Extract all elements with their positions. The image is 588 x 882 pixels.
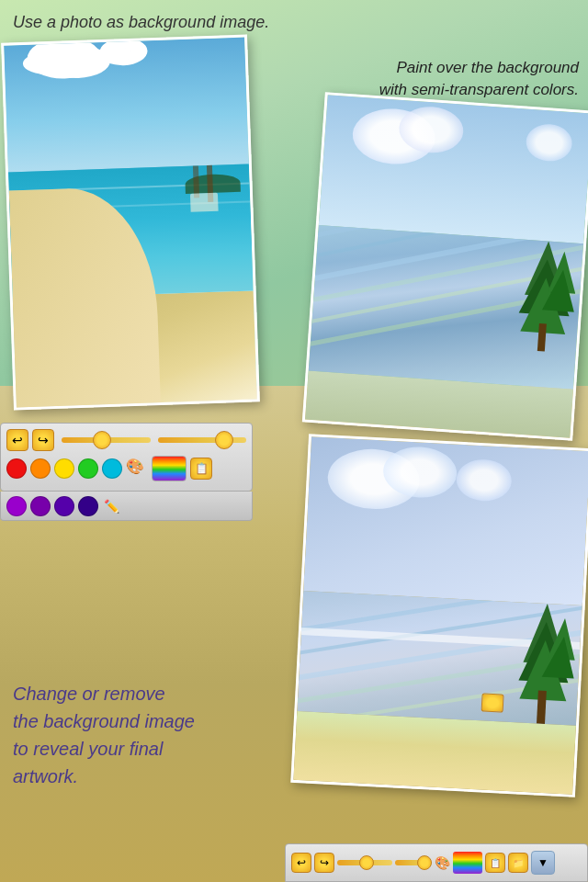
paint-cloud <box>525 123 573 163</box>
color-orange[interactable] <box>30 458 51 479</box>
photo1-sky <box>4 38 249 173</box>
color-purple1[interactable] <box>6 496 27 516</box>
save-bottom-button[interactable]: 📋 <box>485 853 505 873</box>
brush-size-thumb[interactable] <box>93 431 111 449</box>
save-button[interactable]: 📋 <box>190 458 212 480</box>
label-use-photo: Use a photo as background image. <box>13 13 269 32</box>
toolbar-bottom: ↩ ↪ 🎨 📋 📁 ▼ <box>285 843 588 882</box>
photo-painted <box>302 92 588 441</box>
scroll-down-button[interactable]: ▼ <box>531 851 555 875</box>
opacity-thumb[interactable] <box>215 431 233 449</box>
opacity-thumb-bottom[interactable] <box>417 855 432 870</box>
label-paint-over: Paint over the background with semi-tran… <box>379 57 579 101</box>
brush-size-slider[interactable] <box>62 437 151 443</box>
opacity-slider[interactable] <box>158 437 247 443</box>
toolbar-row3: ✏️ <box>0 492 253 521</box>
cloud-small <box>96 46 133 63</box>
palette-bottom-button[interactable]: 🎨 <box>435 855 450 870</box>
paint-cloud <box>456 458 513 503</box>
color-purple2[interactable] <box>30 496 51 516</box>
slider-thumb-bottom[interactable] <box>359 855 374 870</box>
rainbow-bottom-button[interactable] <box>453 852 482 874</box>
color-purple3[interactable] <box>54 496 74 516</box>
photo3-sky <box>303 436 588 605</box>
photo2-sky <box>319 95 588 243</box>
folder-bottom-button[interactable]: 📁 <box>508 853 528 873</box>
color-yellow[interactable] <box>54 458 74 479</box>
photo-beach-background <box>1 34 260 410</box>
gazebo <box>190 193 219 212</box>
trees-right <box>509 602 580 725</box>
photo3-sea <box>297 591 582 726</box>
undo-button[interactable]: ↩ <box>6 429 28 451</box>
color-green[interactable] <box>78 458 98 479</box>
toolbar-row-1: ↩ ↪ <box>6 427 246 453</box>
photo2-sea <box>309 225 583 390</box>
main-content: Use a photo as background image. Paint o… <box>0 0 588 882</box>
toolbar-row-2: 🎨 📋 <box>6 456 246 481</box>
redo-bottom-button[interactable]: ↪ <box>314 853 334 873</box>
photo-icon <box>481 694 504 713</box>
rainbow-gradient-button[interactable] <box>152 456 187 481</box>
color-red[interactable] <box>6 458 27 479</box>
eraser-button[interactable]: ✏️ <box>102 497 121 515</box>
opacity-slider-bottom[interactable] <box>395 860 432 865</box>
photo3-lower <box>293 711 575 795</box>
redo-button[interactable]: ↪ <box>32 429 54 451</box>
cloud-decoration <box>22 51 78 75</box>
photo-final-artwork <box>290 434 588 797</box>
toolbar: ↩ ↪ 🎨 📋 <box>0 423 253 492</box>
trees-svg-3 <box>509 602 580 725</box>
photo1-sand <box>13 290 257 407</box>
trees-svg <box>509 239 579 389</box>
palette-button[interactable]: 🎨 <box>126 458 148 480</box>
brush-size-slider-bottom[interactable] <box>337 860 392 865</box>
color-navy[interactable] <box>78 496 98 516</box>
label-change-remove: Change or remove the background image to… <box>13 680 195 790</box>
color-cyan[interactable] <box>102 458 122 479</box>
trees-area <box>509 239 579 389</box>
undo-bottom-button[interactable]: ↩ <box>291 853 311 873</box>
